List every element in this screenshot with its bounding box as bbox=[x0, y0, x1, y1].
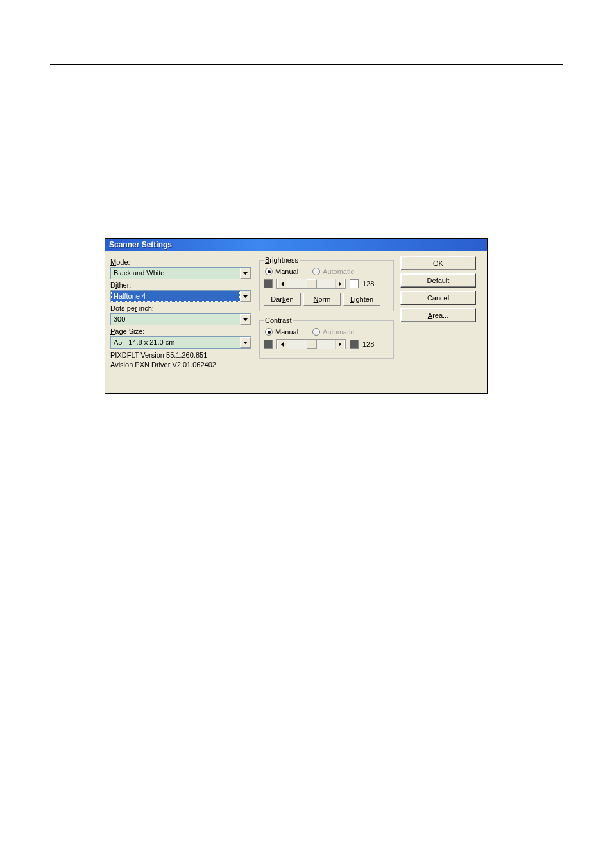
chevron-down-icon[interactable] bbox=[240, 337, 251, 348]
window-title: Scanner Settings bbox=[109, 240, 172, 249]
slider-thumb[interactable] bbox=[307, 340, 317, 349]
dpi-label: Dots per inch: bbox=[110, 304, 253, 312]
horizontal-rule bbox=[50, 64, 563, 65]
contrast-value: 128 bbox=[362, 340, 374, 348]
contrast-slider[interactable] bbox=[276, 339, 346, 349]
brightness-automatic-label: Automatic bbox=[323, 268, 354, 275]
brightness-automatic-radio: Automatic bbox=[312, 268, 354, 275]
radio-icon bbox=[265, 268, 273, 275]
version-line-2: Avision PXN Driver V2.01.062402 bbox=[110, 360, 253, 370]
title-bar: Scanner Settings bbox=[105, 239, 487, 251]
radio-icon bbox=[312, 268, 320, 275]
scroll-left-icon[interactable] bbox=[277, 279, 287, 288]
dark-swatch-icon bbox=[264, 279, 273, 288]
cancel-button[interactable]: Cancel bbox=[400, 291, 476, 305]
lighten-button[interactable]: Lighten bbox=[343, 293, 380, 306]
dither-combo[interactable]: Halftone 4 bbox=[110, 290, 251, 302]
radio-icon bbox=[265, 328, 273, 336]
dialog-client-area: MMode:ode: Black and White Dither: Halft… bbox=[105, 251, 487, 393]
brightness-button-row: Darken Norm Lighten bbox=[264, 293, 389, 306]
brightness-group: Brightness Manual Automatic bbox=[259, 256, 394, 311]
brightness-manual-radio[interactable]: Manual bbox=[265, 268, 298, 275]
contrast-slider-row: 128 bbox=[264, 339, 389, 349]
scanner-settings-dialog: Scanner Settings MMode:ode: Black and Wh… bbox=[105, 238, 488, 394]
contrast-radio-row: Manual Automatic bbox=[265, 328, 389, 336]
radio-icon bbox=[312, 328, 320, 336]
dither-value: Halftone 4 bbox=[111, 291, 240, 302]
contrast-manual-label: Manual bbox=[275, 328, 298, 336]
version-info: PIXDFLT Version 55.1.260.851 Avision PXN… bbox=[110, 351, 253, 370]
brightness-slider-row: 128 bbox=[264, 279, 389, 289]
ok-button[interactable]: OK bbox=[400, 256, 476, 270]
contrast-manual-radio[interactable]: Manual bbox=[265, 328, 298, 336]
middle-column: Brightness Manual Automatic bbox=[259, 256, 394, 389]
scroll-right-icon[interactable] bbox=[335, 279, 345, 288]
brightness-legend: Brightness bbox=[264, 256, 300, 264]
light-swatch-icon bbox=[350, 279, 359, 288]
brightness-slider[interactable] bbox=[276, 279, 346, 289]
scroll-right-icon[interactable] bbox=[335, 340, 345, 349]
mode-label: MMode:ode: bbox=[110, 258, 253, 266]
page-size-value: A5 - 14.8 x 21.0 cm bbox=[111, 337, 240, 348]
contrast-automatic-radio: Automatic bbox=[312, 328, 354, 336]
left-column: MMode:ode: Black and White Dither: Halft… bbox=[110, 256, 253, 389]
contrast-automatic-label: Automatic bbox=[323, 328, 354, 336]
right-column: OK Default Cancel Area... bbox=[400, 256, 482, 389]
norm-button[interactable]: Norm bbox=[303, 293, 341, 306]
dpi-value: 300 bbox=[111, 314, 240, 325]
brightness-radio-row: Manual Automatic bbox=[265, 268, 389, 275]
area-button[interactable]: Area... bbox=[400, 308, 476, 322]
contrast-legend: Contrast bbox=[264, 317, 293, 324]
brightness-value: 128 bbox=[362, 280, 374, 288]
dither-label: Dither: bbox=[110, 281, 253, 289]
scroll-left-icon[interactable] bbox=[277, 340, 287, 349]
contrast-group: Contrast Manual Automatic bbox=[259, 317, 394, 359]
chevron-down-icon[interactable] bbox=[240, 314, 251, 325]
version-line-1: PIXDFLT Version 55.1.260.851 bbox=[110, 351, 253, 360]
mode-combo[interactable]: Black and White bbox=[110, 267, 251, 279]
dark-swatch-icon bbox=[264, 340, 273, 349]
brightness-manual-label: Manual bbox=[275, 268, 298, 275]
slider-track[interactable] bbox=[287, 279, 335, 288]
darken-button[interactable]: Darken bbox=[264, 293, 301, 306]
default-button[interactable]: Default bbox=[400, 273, 476, 288]
slider-track[interactable] bbox=[287, 340, 335, 349]
mode-value: Black and White bbox=[111, 268, 240, 279]
dark-swatch-icon bbox=[350, 340, 359, 349]
slider-thumb[interactable] bbox=[307, 279, 317, 288]
dpi-combo[interactable]: 300 bbox=[110, 313, 251, 326]
page-size-combo[interactable]: A5 - 14.8 x 21.0 cm bbox=[110, 336, 251, 349]
page-size-label: Page Size: bbox=[110, 327, 253, 335]
chevron-down-icon[interactable] bbox=[240, 268, 251, 279]
chevron-down-icon[interactable] bbox=[240, 291, 251, 302]
